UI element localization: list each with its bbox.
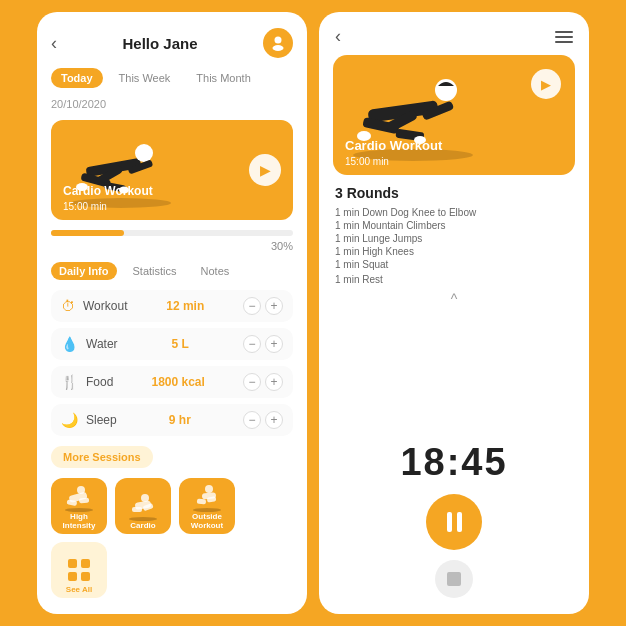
right-panel: ‹ [319,12,589,614]
right-workout-card[interactable]: Cardio Workout 15:00 min ▶ [333,55,575,175]
svg-point-4 [135,144,153,162]
food-icon: 🍴 [61,374,78,390]
info-row-water: 💧 Water 5 L − + [51,328,293,360]
workout-card-duration: 15:00 min [63,201,107,212]
workout-card-title: Cardio Workout [63,184,153,198]
food-controls: − + [243,373,283,391]
page-title: Hello Jane [122,35,197,52]
workout-icon: ⏱ [61,298,75,314]
workout-decrease-btn[interactable]: − [243,297,261,315]
workout-increase-btn[interactable]: + [265,297,283,315]
left-panel: ‹ Hello Jane Today This Week This Month … [37,12,307,614]
session-card-cardio[interactable]: Cardio [115,478,171,534]
date-display: 20/10/2020 [51,98,293,110]
sleep-icon: 🌙 [61,412,78,428]
water-decrease-btn[interactable]: − [243,335,261,353]
right-back-button[interactable]: ‹ [335,26,341,47]
food-value: 1800 kcal [151,375,204,389]
water-increase-btn[interactable]: + [265,335,283,353]
session-card-see-all[interactable]: See All [51,542,107,598]
more-sessions-button[interactable]: More Sessions [51,446,153,468]
app-container: ‹ Hello Jane Today This Week This Month … [17,0,609,626]
right-workout-card-title: Cardio Workout [345,138,442,153]
info-row-workout: ⏱ Workout 12 min − + [51,290,293,322]
progress-bar-fill [51,230,124,236]
high-intensity-icon [59,482,99,512]
collapse-button[interactable]: ^ [335,291,573,307]
workout-label: Workout [83,299,127,313]
sleep-decrease-btn[interactable]: − [243,411,261,429]
list-item: 1 min High Knees [335,246,573,257]
cardio-icon [123,491,163,521]
progress-label: 30% [51,240,293,252]
list-item: 1 min Lunge Jumps [335,233,573,244]
svg-rect-19 [132,507,142,512]
pause-icon [447,512,462,532]
tab-this-week[interactable]: This Week [109,68,181,88]
exercise-list: 1 min Down Dog Knee to Elbow 1 min Mount… [335,207,573,270]
session-label-outside-workout: Outside Workout [183,512,231,530]
right-workout-card-duration: 15:00 min [345,156,389,167]
header: ‹ Hello Jane [51,28,293,58]
sleep-value: 9 hr [169,413,191,427]
food-label: Food [86,375,113,389]
info-row-food: 🍴 Food 1800 kcal − + [51,366,293,398]
session-label-cardio: Cardio [130,521,155,530]
session-label-see-all: See All [66,585,92,594]
back-button[interactable]: ‹ [51,33,57,54]
workout-card[interactable]: Cardio Workout 15:00 min ▶ [51,120,293,220]
svg-point-1 [273,45,284,51]
svg-point-0 [275,37,282,44]
session-label-high-intensity: High Intensity [55,512,103,530]
period-tabs: Today This Week This Month [51,68,293,88]
workout-controls: − + [243,297,283,315]
stop-button[interactable] [435,560,473,598]
sleep-label: Sleep [86,413,117,427]
timer-section: 18:45 [319,431,589,614]
progress-container: 30% [51,230,293,252]
svg-rect-24 [197,499,206,505]
water-label: Water [86,337,118,351]
svg-rect-28 [68,572,77,581]
sleep-controls: − + [243,411,283,429]
outside-workout-icon [187,482,227,512]
info-row-sleep: 🌙 Sleep 9 hr − + [51,404,293,436]
right-play-button[interactable]: ▶ [531,69,561,99]
workout-value: 12 min [166,299,204,313]
water-value: 5 L [172,337,189,351]
progress-bar-bg [51,230,293,236]
daily-info-rows: ⏱ Workout 12 min − + 💧 Water 5 L − + [51,290,293,436]
hamburger-menu-icon[interactable] [555,31,573,43]
workout-details: 3 Rounds 1 min Down Dog Knee to Elbow 1 … [319,175,589,431]
sleep-increase-btn[interactable]: + [265,411,283,429]
see-all-icon [64,555,94,585]
water-controls: − + [243,335,283,353]
pause-button[interactable] [426,494,482,550]
tab-today[interactable]: Today [51,68,103,88]
tab-notes[interactable]: Notes [193,262,238,280]
svg-point-22 [205,485,213,493]
svg-rect-15 [79,497,89,503]
avatar[interactable] [263,28,293,58]
tab-daily-info[interactable]: Daily Info [51,262,117,280]
right-header: ‹ [319,12,589,55]
water-icon: 💧 [61,336,78,352]
timer-display: 18:45 [400,441,507,484]
stop-icon [447,572,461,586]
svg-rect-26 [68,559,77,568]
rounds-title: 3 Rounds [335,185,573,201]
list-item: 1 min Squat [335,259,573,270]
session-grid: High Intensity Cardio [51,478,293,598]
svg-rect-27 [81,559,90,568]
rest-item: 1 min Rest [335,274,573,285]
list-item: 1 min Down Dog Knee to Elbow [335,207,573,218]
food-decrease-btn[interactable]: − [243,373,261,391]
tab-statistics[interactable]: Statistics [125,262,185,280]
tab-this-month[interactable]: This Month [186,68,260,88]
session-card-high-intensity[interactable]: High Intensity [51,478,107,534]
food-increase-btn[interactable]: + [265,373,283,391]
svg-rect-29 [81,572,90,581]
play-button[interactable]: ▶ [249,154,281,186]
section-tabs: Daily Info Statistics Notes [51,262,293,280]
session-card-outside-workout[interactable]: Outside Workout [179,478,235,534]
